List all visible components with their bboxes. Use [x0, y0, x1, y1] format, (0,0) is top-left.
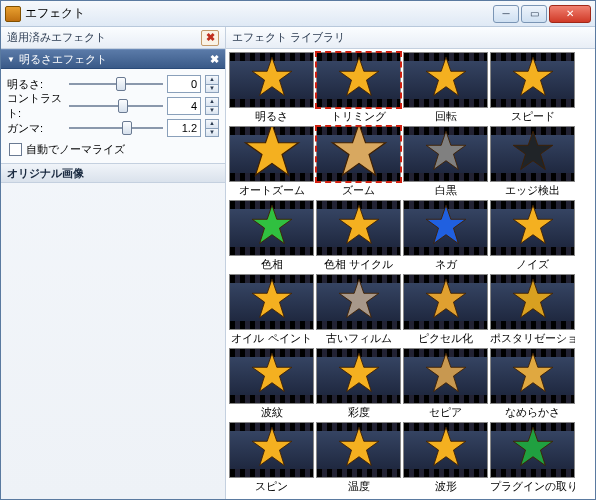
property-slider[interactable] [69, 76, 163, 92]
star-icon [337, 56, 381, 100]
effect-thumbnail[interactable] [316, 126, 401, 182]
app-icon [5, 6, 21, 22]
property-value[interactable]: 1.2 [167, 119, 201, 137]
effect-caption: プラグインの取り込み削除 [490, 478, 575, 494]
effect-item[interactable]: 白黒 [403, 126, 488, 198]
effect-thumbnail[interactable] [403, 348, 488, 404]
effect-item[interactable]: 波形 [403, 422, 488, 494]
window-body: 適用済みエフェクト ✖ ▼ 明るさエフェクト ✖ 明るさ:0▲▼コントラスト:4… [1, 27, 595, 499]
library-header-label: エフェクト ライブラリ [232, 30, 345, 45]
close-effect-icon[interactable]: ✖ [210, 53, 219, 66]
effect-item[interactable]: 色相 [229, 200, 314, 272]
star-icon [511, 56, 555, 100]
effect-thumbnail[interactable] [490, 126, 575, 182]
effect-thumbnail[interactable] [403, 422, 488, 478]
svg-marker-7 [513, 131, 553, 169]
svg-marker-4 [245, 126, 298, 175]
property-spinner[interactable]: ▲▼ [205, 119, 219, 137]
property-spinner[interactable]: ▲▼ [205, 75, 219, 93]
effect-thumbnail[interactable] [316, 422, 401, 478]
spin-down-icon[interactable]: ▼ [205, 84, 219, 93]
effect-thumbnail[interactable] [490, 274, 575, 330]
effect-caption: 色相 サイクル [316, 256, 401, 272]
effect-caption: スピード [490, 108, 575, 124]
effects-grid: 明るさトリミング回転スピードオートズームズーム白黒エッジ検出色相色相 サイクルネ… [229, 52, 592, 494]
spin-up-icon[interactable]: ▲ [205, 119, 219, 128]
svg-marker-10 [426, 205, 466, 243]
effect-item[interactable]: ピクセル化 [403, 274, 488, 346]
minimize-button[interactable]: ─ [493, 5, 519, 23]
left-panel: 適用済みエフェクト ✖ ▼ 明るさエフェクト ✖ 明るさ:0▲▼コントラスト:4… [1, 27, 226, 499]
effect-item[interactable]: なめらかさ [490, 348, 575, 420]
effect-caption: エッジ検出 [490, 182, 575, 198]
effect-item[interactable]: 温度 [316, 422, 401, 494]
effect-item[interactable]: スピード [490, 52, 575, 124]
effect-item[interactable]: ポスタリゼーション [490, 274, 575, 346]
effect-item[interactable]: トリミング [316, 52, 401, 124]
effect-thumbnail[interactable] [316, 274, 401, 330]
effect-thumbnail[interactable] [403, 200, 488, 256]
effect-thumbnail[interactable] [316, 52, 401, 108]
effect-item[interactable]: オートズーム [229, 126, 314, 198]
maximize-button[interactable]: ▭ [521, 5, 547, 23]
effect-thumbnail[interactable] [229, 52, 314, 108]
remove-effect-button[interactable]: ✖ [201, 30, 219, 46]
effect-thumbnail[interactable] [403, 274, 488, 330]
svg-marker-8 [252, 205, 292, 243]
effect-thumbnail[interactable] [490, 200, 575, 256]
svg-marker-6 [426, 131, 466, 169]
close-button[interactable]: ✕ [549, 5, 591, 23]
property-value[interactable]: 4 [167, 97, 201, 115]
effect-thumbnail[interactable] [403, 126, 488, 182]
applied-effects-label: 適用済みエフェクト [7, 30, 201, 45]
spin-up-icon[interactable]: ▲ [205, 75, 219, 84]
spin-down-icon[interactable]: ▼ [205, 106, 219, 115]
effect-item[interactable]: 色相 サイクル [316, 200, 401, 272]
effect-header[interactable]: ▼ 明るさエフェクト ✖ [1, 49, 225, 69]
effect-item[interactable]: 古いフィルム [316, 274, 401, 346]
effect-caption: なめらかさ [490, 404, 575, 420]
effect-item[interactable]: 波紋 [229, 348, 314, 420]
spin-up-icon[interactable]: ▲ [205, 97, 219, 106]
spin-down-icon[interactable]: ▼ [205, 128, 219, 137]
svg-marker-11 [513, 205, 553, 243]
property-spinner[interactable]: ▲▼ [205, 97, 219, 115]
effect-item[interactable]: プラグインの取り込み削除 [490, 422, 575, 494]
effect-thumbnail[interactable] [229, 126, 314, 182]
effect-item[interactable]: 彩度 [316, 348, 401, 420]
titlebar[interactable]: エフェクト ─ ▭ ✕ [1, 1, 595, 27]
svg-marker-14 [426, 279, 466, 317]
effect-item[interactable]: 回転 [403, 52, 488, 124]
effect-thumbnail[interactable] [490, 422, 575, 478]
effect-thumbnail[interactable] [403, 52, 488, 108]
property-slider[interactable] [69, 98, 163, 114]
effect-caption: 温度 [316, 478, 401, 494]
property-value[interactable]: 0 [167, 75, 201, 93]
effect-thumbnail[interactable] [490, 52, 575, 108]
effect-item[interactable]: セピア [403, 348, 488, 420]
effect-thumbnail[interactable] [229, 274, 314, 330]
library-body[interactable]: 明るさトリミング回転スピードオートズームズーム白黒エッジ検出色相色相 サイクルネ… [226, 49, 595, 499]
effect-item[interactable]: ズーム [316, 126, 401, 198]
effect-caption: ネガ [403, 256, 488, 272]
effect-thumbnail[interactable] [229, 348, 314, 404]
effect-caption: 波紋 [229, 404, 314, 420]
effect-item[interactable]: 明るさ [229, 52, 314, 124]
effect-thumbnail[interactable] [316, 200, 401, 256]
property-slider[interactable] [69, 120, 163, 136]
effect-caption: オイル ペイント [229, 330, 314, 346]
effect-thumbnail[interactable] [229, 200, 314, 256]
effect-caption: 明るさ [229, 108, 314, 124]
effect-thumbnail[interactable] [490, 348, 575, 404]
effect-thumbnail[interactable] [316, 348, 401, 404]
effect-item[interactable]: ネガ [403, 200, 488, 272]
original-image-label: オリジナル画像 [7, 166, 84, 181]
effect-item[interactable]: ノイズ [490, 200, 575, 272]
effect-item[interactable]: エッジ検出 [490, 126, 575, 198]
effect-item[interactable]: スピン [229, 422, 314, 494]
effect-thumbnail[interactable] [229, 422, 314, 478]
effect-item[interactable]: オイル ペイント [229, 274, 314, 346]
star-icon [424, 278, 468, 322]
auto-normalize-row[interactable]: 自動でノーマライズ [7, 139, 219, 159]
auto-normalize-checkbox[interactable] [9, 143, 22, 156]
